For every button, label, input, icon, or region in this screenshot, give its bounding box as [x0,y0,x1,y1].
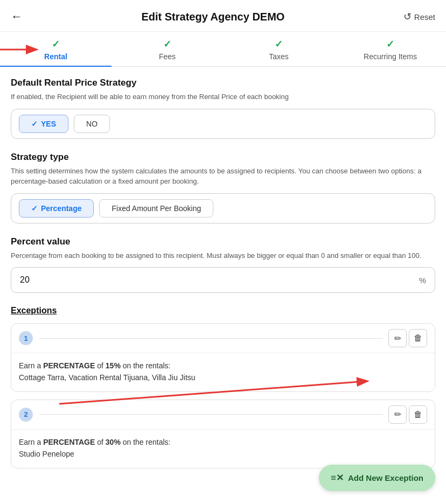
default-rental-section: Default Rental Price Strategy If enabled… [11,78,435,139]
exception-1-number: 1 [19,331,33,345]
exception-2-delete-button[interactable]: 🗑 [409,405,427,424]
exception-1-bold2: 15% [106,361,121,370]
exception-1-header: 1 ✏ 🗑 [11,324,435,353]
exception-1-mid: of [95,361,105,370]
delete-icon-2: 🗑 [414,410,422,419]
tab-taxes[interactable]: ✓ Taxes [223,32,334,66]
percent-value-desc: Percentage from each booking to be assig… [11,250,435,261]
percent-value-title: Percent value [11,236,435,247]
exception-2-line [39,414,383,415]
edit-icon-2: ✏ [394,409,401,419]
exception-1-suffix: on the rentals: [121,361,171,370]
reset-icon: ↺ [403,11,412,23]
no-label: NO [86,120,97,128]
exception-1-wrapper: 1 ✏ 🗑 Earn a PERCENTAGE of 15% on the re… [11,323,435,392]
exception-1-line [39,338,383,339]
tabs-wrapper: ✓ Rental ✓ Fees ✓ Taxes ✓ Recurring Item… [0,32,446,67]
yes-label: YES [41,120,56,128]
edit-icon: ✏ [394,333,401,344]
exception-1-body: Earn a PERCENTAGE of 15% on the rentals:… [11,353,435,391]
add-exception-label: Add New Exception [348,473,423,482]
fixed-amount-label: Fixed Amount Per Booking [111,204,201,213]
header: ← Edit Strategy Agency DEMO ↺ Reset [0,0,446,32]
yes-no-container: ✓ YES NO [11,109,435,139]
fixed-amount-button[interactable]: Fixed Amount Per Booking [99,199,213,218]
main-content: Default Rental Price Strategy If enabled… [0,67,446,492]
percentage-label: Percentage [41,204,81,213]
exception-2-suffix: on the rentals: [121,438,171,446]
rental-tab-label: Rental [44,52,67,61]
percent-value-section: Percent value Percentage from each booki… [11,236,435,293]
yes-no-toggle: ✓ YES NO [19,115,427,133]
taxes-tab-label: Taxes [269,52,289,61]
exceptions-title: Exceptions [11,306,435,316]
strategy-type-title: Strategy type [11,152,435,163]
exception-1-delete-button[interactable]: 🗑 [409,329,427,347]
reset-label: Reset [414,12,435,22]
add-exception-icon: ≡✕ [331,472,344,484]
percent-suffix: % [419,276,426,285]
percent-input-container: % [11,267,435,293]
recurring-tab-label: Recurring Items [364,52,417,61]
strategy-type-desc: This setting determines how the system c… [11,166,435,187]
yes-check-icon: ✓ [31,120,38,128]
yes-button[interactable]: ✓ YES [19,115,68,133]
exception-2-header: 2 ✏ 🗑 [11,400,435,430]
no-button[interactable]: NO [74,115,110,133]
exception-card-2: 2 ✏ 🗑 Earn a PERCENTAGE of 30% on the re… [11,400,435,468]
percentage-button[interactable]: ✓ Percentage [19,199,94,218]
delete-icon: 🗑 [414,333,422,343]
back-button[interactable]: ← [11,10,23,24]
strategy-type-container: ✓ Percentage Fixed Amount Per Booking [11,193,435,223]
taxes-check-icon: ✓ [275,38,283,50]
tab-recurring[interactable]: ✓ Recurring Items [334,32,446,66]
exception-2-mid: of [95,438,105,446]
exception-2-bold2: 30% [106,438,121,446]
recurring-check-icon: ✓ [386,38,394,50]
page-title: Edit Strategy Agency DEMO [141,11,284,23]
reset-button[interactable]: ↺ Reset [403,11,435,23]
exception-2-actions: ✏ 🗑 [388,405,427,424]
tab-fees[interactable]: ✓ Fees [111,32,223,66]
fees-check-icon: ✓ [163,38,171,50]
exception-1-edit-button[interactable]: ✏ [388,329,407,347]
default-rental-desc: If enabled, the Recipient will be able t… [11,92,435,102]
tab-rental[interactable]: ✓ Rental [0,32,111,66]
exception-2-edit-button[interactable]: ✏ [388,405,407,424]
add-exception-button[interactable]: ≡✕ Add New Exception [319,465,435,491]
exception-2-number: 2 [19,408,33,422]
exception-1-prefix: Earn a [19,361,43,370]
default-rental-title: Default Rental Price Strategy [11,78,435,88]
percentage-check-icon: ✓ [31,204,38,213]
exceptions-section: Exceptions 1 ✏ [11,306,435,468]
exception-2-properties: Studio Penelope [19,450,74,458]
exception-2-body: Earn a PERCENTAGE of 30% on the rentals:… [11,430,435,468]
exception-1-actions: ✏ 🗑 [388,329,427,347]
exception-1-properties: Cottage Tarra, Vacation Rental Tijuana, … [19,373,196,382]
exception-1-bold1: PERCENTAGE [43,361,95,370]
percent-input[interactable] [20,275,415,285]
rental-check-icon: ✓ [52,38,60,50]
tab-bar: ✓ Rental ✓ Fees ✓ Taxes ✓ Recurring Item… [0,32,446,67]
strategy-type-section: Strategy type This setting determines ho… [11,152,435,223]
exception-2-prefix: Earn a [19,438,43,446]
fees-tab-label: Fees [159,52,176,61]
strategy-type-toggle: ✓ Percentage Fixed Amount Per Booking [19,199,427,218]
exception-card-1: 1 ✏ 🗑 Earn a PERCENTAGE of 15% on the re… [11,323,435,392]
exception-2-bold1: PERCENTAGE [43,438,95,446]
